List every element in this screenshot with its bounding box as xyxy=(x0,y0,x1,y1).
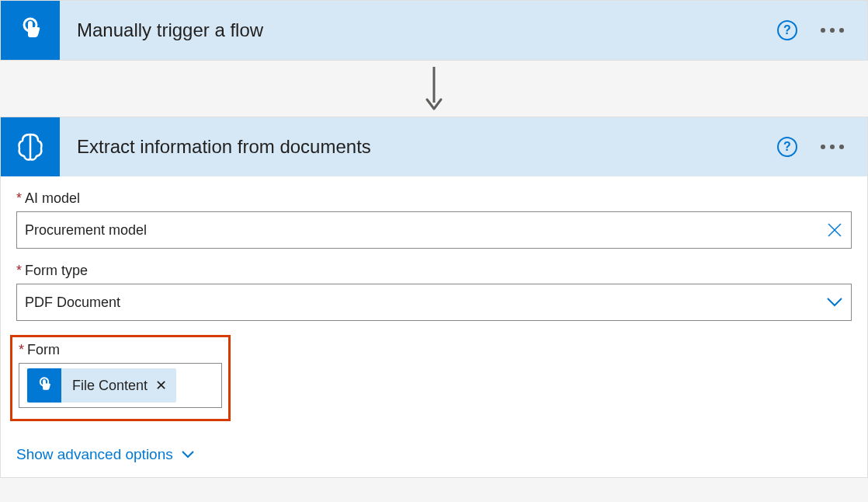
touch-icon xyxy=(1,1,60,60)
help-icon[interactable]: ? xyxy=(777,137,797,157)
action-header[interactable]: Extract information from documents ? xyxy=(1,117,867,176)
trigger-title: Manually trigger a flow xyxy=(60,19,777,41)
chevron-down-icon xyxy=(181,450,195,459)
form-field-highlight: * Form File Content ✕ xyxy=(10,335,231,421)
form-input[interactable]: File Content ✕ xyxy=(19,363,222,408)
ai-model-input[interactable]: Procurement model xyxy=(16,211,852,249)
clear-icon[interactable] xyxy=(826,221,843,239)
flow-arrow xyxy=(0,61,868,117)
form-type-label: * Form type xyxy=(16,263,852,279)
file-content-token[interactable]: File Content ✕ xyxy=(27,368,176,403)
ai-model-label: * AI model xyxy=(16,190,852,207)
more-menu-icon[interactable] xyxy=(818,141,847,152)
trigger-header[interactable]: Manually trigger a flow ? xyxy=(1,1,867,60)
form-type-select[interactable]: PDF Document xyxy=(16,284,852,321)
chevron-down-icon[interactable] xyxy=(826,297,843,308)
show-advanced-options-link[interactable]: Show advanced options xyxy=(1,441,867,477)
trigger-card: Manually trigger a flow ? xyxy=(0,0,868,61)
ai-brain-icon xyxy=(1,117,60,176)
form-type-field: * Form type PDF Document xyxy=(16,263,852,321)
ai-model-field: * AI model Procurement model xyxy=(16,190,852,249)
form-label: * Form xyxy=(19,342,222,358)
action-title: Extract information from documents xyxy=(60,136,777,158)
action-card: Extract information from documents ? * A… xyxy=(0,117,868,478)
more-menu-icon[interactable] xyxy=(818,25,847,36)
touch-icon xyxy=(27,368,61,403)
help-icon[interactable]: ? xyxy=(777,20,797,40)
remove-token-icon[interactable]: ✕ xyxy=(155,377,176,394)
